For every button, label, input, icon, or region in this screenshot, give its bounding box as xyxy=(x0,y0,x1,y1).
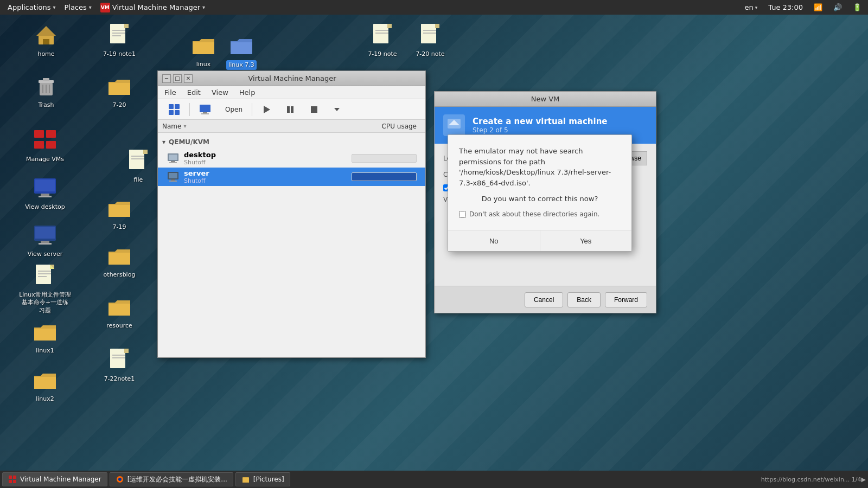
svg-rect-63 xyxy=(287,106,290,113)
desktop-icon-file[interactable]: file xyxy=(114,145,163,187)
desktop-icon-7-19-note[interactable]: 7-19 note xyxy=(358,20,407,61)
taskbar-firefox[interactable]: [运维开发必会技能一虚拟机安装... xyxy=(110,472,233,486)
vmm-toolbar-virt-icon[interactable] xyxy=(162,101,186,118)
vmm-toolbar-run[interactable] xyxy=(256,101,277,118)
desktop-icon-view-server[interactable]: View server xyxy=(21,220,69,261)
new-vm-forward-btn[interactable]: Forward xyxy=(605,292,647,307)
alert-footer: No Yes xyxy=(448,230,631,251)
svg-rect-19 xyxy=(41,241,49,243)
desktop-icon-7-22note1[interactable]: 7-22note1 xyxy=(95,344,144,386)
vmm-toolbar-stop[interactable] xyxy=(303,101,325,118)
7-22note1-label: 7-22note1 xyxy=(103,375,137,383)
locale-arrow: ▾ xyxy=(755,5,758,10)
places-menu[interactable]: Places ▾ xyxy=(60,0,95,15)
new-vm-header-text: Create a new virtual machine Step 2 of 5 xyxy=(473,117,608,134)
svg-rect-52 xyxy=(435,24,439,28)
vmm-menu-file[interactable]: File xyxy=(160,87,181,98)
vm-manager-label: Virtual Machine Manager xyxy=(112,3,200,11)
vmm-menu-help[interactable]: Help xyxy=(235,87,260,98)
desktop-icon-home[interactable]: home xyxy=(22,20,71,61)
vmm-group-header[interactable]: ▾ QEMU/KVM xyxy=(158,135,425,149)
alert-yes-btn[interactable]: Yes xyxy=(540,230,632,251)
vmm-menu-view[interactable]: View xyxy=(207,87,233,98)
desktop-icon-linux2[interactable]: linux2 xyxy=(21,364,69,406)
new-vm-cancel-btn[interactable]: Cancel xyxy=(525,292,563,307)
alert-checkbox[interactable] xyxy=(459,211,466,218)
vm-manager-arrow: ▾ xyxy=(202,4,205,10)
svg-rect-28 xyxy=(110,24,125,43)
svg-rect-56 xyxy=(175,104,180,109)
taskbar-files-icon xyxy=(241,475,250,484)
vmm-group-arrow: ▾ xyxy=(162,138,165,146)
vmm-close-btn[interactable]: ✕ xyxy=(184,74,193,83)
view-desktop-label: View desktop xyxy=(23,203,66,211)
taskbar-files[interactable]: [Pictures] xyxy=(235,472,290,486)
wifi-item[interactable]: 📶 xyxy=(810,2,826,12)
svg-rect-69 xyxy=(171,161,175,162)
desktop-icon-view-desktop[interactable]: View desktop xyxy=(21,172,69,214)
svg-rect-60 xyxy=(203,112,207,113)
vmm-menu-edit[interactable]: Edit xyxy=(183,87,205,98)
taskbar-vmm-label: Virtual Machine Manager xyxy=(20,476,101,483)
vmm-toolbar-pause[interactable] xyxy=(279,101,301,118)
desktop-icon-othersblog[interactable]: othersblog xyxy=(95,240,144,281)
svg-rect-5 xyxy=(43,78,49,81)
vmm-server-info: server Shutoff xyxy=(184,169,352,184)
datetime-item[interactable]: Tue 23:00 xyxy=(765,2,806,12)
desktop: Applications ▾ Places ▾ VM Virtual Machi… xyxy=(0,0,868,488)
svg-rect-43 xyxy=(110,349,125,368)
taskbar-vmm[interactable]: Virtual Machine Manager xyxy=(2,472,107,486)
vmm-controls: ─ □ ✕ xyxy=(162,74,193,83)
svg-rect-11 xyxy=(34,141,44,149)
vmm-titlebar: ─ □ ✕ Virtual Machine Manager xyxy=(158,71,425,86)
taskbar-firefox-icon xyxy=(116,475,124,484)
top-panel-right: en ▾ Tue 23:00 📶 🔊 🔋 xyxy=(741,2,865,12)
new-vm-back-btn[interactable]: Back xyxy=(567,292,601,307)
alert-no-btn[interactable]: No xyxy=(448,230,540,251)
taskbar-files-label: [Pictures] xyxy=(253,476,284,483)
vmm-vm-desktop[interactable]: desktop Shutoff xyxy=(158,149,425,168)
linux-73-icon xyxy=(228,32,254,58)
applications-menu[interactable]: Applications ▾ xyxy=(3,0,60,15)
alert-checkbox-row: Don't ask about these directories again. xyxy=(459,210,621,218)
desktop-icon-linux-guide[interactable]: Linux常用文件管理基本命令+一道练习题 xyxy=(15,260,75,317)
desktop-icon-7-20-note[interactable]: 7-20 note xyxy=(406,20,455,61)
svg-rect-40 xyxy=(108,205,130,217)
desktop-icon-linux-folder[interactable]: linux xyxy=(179,30,228,71)
vmm-name-label: Name xyxy=(162,123,181,130)
desktop-icon-trash[interactable]: Trash xyxy=(22,70,71,112)
desktop-icon-7-20[interactable]: 7-20 xyxy=(95,70,144,112)
svg-rect-18 xyxy=(35,227,55,239)
vmm-toolbar-sep1 xyxy=(189,103,190,116)
sound-item[interactable]: 🔊 xyxy=(830,2,845,12)
desktop-icon-7-19[interactable]: 7-19 xyxy=(95,192,144,234)
battery-item[interactable]: 🔋 xyxy=(850,2,865,12)
manage-vms-icon xyxy=(32,127,58,153)
locale-label: en xyxy=(744,3,753,11)
alert-dialog: The emulator may not have search permiss… xyxy=(448,134,632,252)
vmm-minimize-btn[interactable]: ─ xyxy=(162,74,171,83)
desktop-icon-linux1[interactable]: linux1 xyxy=(21,316,69,357)
svg-rect-42 xyxy=(108,304,130,316)
vmm-toolbar-monitor[interactable] xyxy=(193,101,217,118)
desktop-icon-resource[interactable]: resource xyxy=(95,291,144,332)
7-19-note-icon xyxy=(369,22,395,48)
othersblog-icon xyxy=(106,242,132,268)
svg-rect-64 xyxy=(291,106,293,113)
vmm-maximize-btn[interactable]: □ xyxy=(173,74,182,83)
desktop-icon-7-19-note1[interactable]: 7-19 note1 xyxy=(95,20,144,61)
desktop-icon-manage-vms[interactable]: Manage VMs xyxy=(21,125,69,166)
linux-73-label: linux 7.3 xyxy=(226,60,257,70)
locale-item[interactable]: en ▾ xyxy=(741,2,761,12)
vmm-vm-server[interactable]: server Shutoff xyxy=(158,168,425,186)
applications-arrow: ▾ xyxy=(53,4,55,10)
linux-guide-label: Linux常用文件管理基本命令+一道练习题 xyxy=(17,291,73,315)
vm-manager-menu[interactable]: VM Virtual Machine Manager ▾ xyxy=(96,0,209,15)
vmm-toolbar-open[interactable]: Open xyxy=(219,101,248,118)
vmm-window: ─ □ ✕ Virtual Machine Manager File Edit … xyxy=(157,70,426,358)
wifi-icon: 📶 xyxy=(814,3,822,11)
vmm-toolbar-dropdown[interactable] xyxy=(327,101,347,118)
alert-checkbox-label: Don't ask about these directories again. xyxy=(469,210,599,218)
vmm-desktop-cpu-bar xyxy=(352,154,417,163)
svg-rect-33 xyxy=(108,83,130,95)
